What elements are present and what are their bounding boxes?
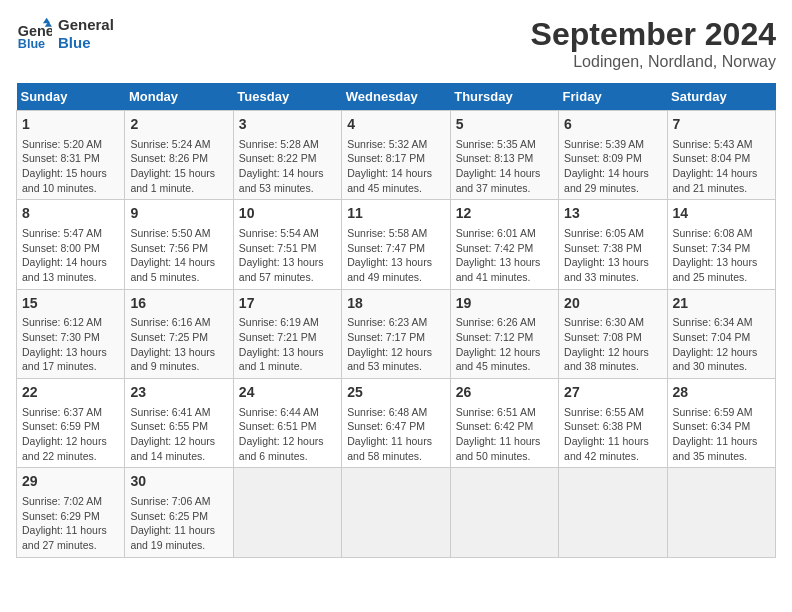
cell-line: Sunrise: 6:34 AM (673, 315, 770, 330)
cell-line: Sunset: 6:59 PM (22, 419, 119, 434)
cell-line: and 5 minutes. (130, 270, 227, 285)
cell-line: and 45 minutes. (347, 181, 444, 196)
calendar-subtitle: Lodingen, Nordland, Norway (531, 53, 776, 71)
cell-line: and 10 minutes. (22, 181, 119, 196)
cell-line: and 38 minutes. (564, 359, 661, 374)
cell-line: Sunset: 8:09 PM (564, 151, 661, 166)
cell-line: and 53 minutes. (347, 359, 444, 374)
cell-line: Sunset: 6:55 PM (130, 419, 227, 434)
cell-line: Sunset: 8:00 PM (22, 241, 119, 256)
day-number: 13 (564, 204, 661, 224)
cell-content: Sunrise: 5:28 AMSunset: 8:22 PMDaylight:… (239, 137, 336, 196)
calendar-cell: 2Sunrise: 5:24 AMSunset: 8:26 PMDaylight… (125, 111, 233, 200)
cell-line: Sunset: 6:42 PM (456, 419, 553, 434)
cell-line: Sunset: 7:51 PM (239, 241, 336, 256)
day-number: 19 (456, 294, 553, 314)
calendar-cell: 30Sunrise: 7:06 AMSunset: 6:25 PMDayligh… (125, 468, 233, 557)
cell-line: Sunrise: 6:05 AM (564, 226, 661, 241)
cell-line: Daylight: 12 hours (456, 345, 553, 360)
cell-line: Sunrise: 6:08 AM (673, 226, 770, 241)
cell-content: Sunrise: 6:59 AMSunset: 6:34 PMDaylight:… (673, 405, 770, 464)
cell-line: and 29 minutes. (564, 181, 661, 196)
calendar-cell: 1Sunrise: 5:20 AMSunset: 8:31 PMDaylight… (17, 111, 125, 200)
cell-line: Daylight: 13 hours (673, 255, 770, 270)
day-number: 23 (130, 383, 227, 403)
cell-content: Sunrise: 6:26 AMSunset: 7:12 PMDaylight:… (456, 315, 553, 374)
calendar-cell: 13Sunrise: 6:05 AMSunset: 7:38 PMDayligh… (559, 200, 667, 289)
cell-line: Daylight: 14 hours (347, 166, 444, 181)
calendar-cell: 5Sunrise: 5:35 AMSunset: 8:13 PMDaylight… (450, 111, 558, 200)
cell-content: Sunrise: 5:32 AMSunset: 8:17 PMDaylight:… (347, 137, 444, 196)
cell-line: and 53 minutes. (239, 181, 336, 196)
cell-line: Daylight: 15 hours (130, 166, 227, 181)
cell-line: Daylight: 12 hours (22, 434, 119, 449)
logo-line2: Blue (58, 34, 114, 52)
calendar-cell: 29Sunrise: 7:02 AMSunset: 6:29 PMDayligh… (17, 468, 125, 557)
day-number: 15 (22, 294, 119, 314)
cell-line: Daylight: 11 hours (130, 523, 227, 538)
cell-line: Sunset: 7:12 PM (456, 330, 553, 345)
cell-line: Sunset: 8:31 PM (22, 151, 119, 166)
cell-line: Sunset: 8:26 PM (130, 151, 227, 166)
cell-line: Sunrise: 5:50 AM (130, 226, 227, 241)
cell-line: and 41 minutes. (456, 270, 553, 285)
day-number: 9 (130, 204, 227, 224)
calendar-title: September 2024 (531, 16, 776, 53)
page-header: General Blue General Blue September 2024… (16, 16, 776, 71)
calendar-week-1: 1Sunrise: 5:20 AMSunset: 8:31 PMDaylight… (17, 111, 776, 200)
calendar-cell (233, 468, 341, 557)
cell-content: Sunrise: 7:06 AMSunset: 6:25 PMDaylight:… (130, 494, 227, 553)
title-block: September 2024 Lodingen, Nordland, Norwa… (531, 16, 776, 71)
header-saturday: Saturday (667, 83, 775, 111)
cell-line: Daylight: 13 hours (239, 345, 336, 360)
cell-line: and 45 minutes. (456, 359, 553, 374)
header-tuesday: Tuesday (233, 83, 341, 111)
calendar-cell (667, 468, 775, 557)
cell-content: Sunrise: 6:30 AMSunset: 7:08 PMDaylight:… (564, 315, 661, 374)
cell-line: Sunrise: 6:59 AM (673, 405, 770, 420)
cell-line: Daylight: 13 hours (347, 255, 444, 270)
cell-content: Sunrise: 5:35 AMSunset: 8:13 PMDaylight:… (456, 137, 553, 196)
cell-line: Sunset: 8:17 PM (347, 151, 444, 166)
cell-content: Sunrise: 6:01 AMSunset: 7:42 PMDaylight:… (456, 226, 553, 285)
calendar-cell: 7Sunrise: 5:43 AMSunset: 8:04 PMDaylight… (667, 111, 775, 200)
header-sunday: Sunday (17, 83, 125, 111)
day-number: 28 (673, 383, 770, 403)
cell-line: Daylight: 14 hours (456, 166, 553, 181)
day-number: 21 (673, 294, 770, 314)
cell-line: Daylight: 12 hours (347, 345, 444, 360)
cell-content: Sunrise: 6:51 AMSunset: 6:42 PMDaylight:… (456, 405, 553, 464)
cell-line: Sunrise: 5:20 AM (22, 137, 119, 152)
cell-line: and 6 minutes. (239, 449, 336, 464)
cell-line: Sunset: 7:17 PM (347, 330, 444, 345)
cell-line: Daylight: 12 hours (673, 345, 770, 360)
cell-content: Sunrise: 6:08 AMSunset: 7:34 PMDaylight:… (673, 226, 770, 285)
calendar-header-row: SundayMondayTuesdayWednesdayThursdayFrid… (17, 83, 776, 111)
cell-content: Sunrise: 6:48 AMSunset: 6:47 PMDaylight:… (347, 405, 444, 464)
day-number: 1 (22, 115, 119, 135)
cell-content: Sunrise: 6:05 AMSunset: 7:38 PMDaylight:… (564, 226, 661, 285)
day-number: 16 (130, 294, 227, 314)
day-number: 27 (564, 383, 661, 403)
calendar-cell: 16Sunrise: 6:16 AMSunset: 7:25 PMDayligh… (125, 289, 233, 378)
cell-line: Sunrise: 6:30 AM (564, 315, 661, 330)
calendar-cell: 20Sunrise: 6:30 AMSunset: 7:08 PMDayligh… (559, 289, 667, 378)
cell-content: Sunrise: 6:16 AMSunset: 7:25 PMDaylight:… (130, 315, 227, 374)
calendar-cell: 15Sunrise: 6:12 AMSunset: 7:30 PMDayligh… (17, 289, 125, 378)
day-number: 11 (347, 204, 444, 224)
cell-line: Sunrise: 5:39 AM (564, 137, 661, 152)
calendar-cell: 3Sunrise: 5:28 AMSunset: 8:22 PMDaylight… (233, 111, 341, 200)
cell-content: Sunrise: 5:58 AMSunset: 7:47 PMDaylight:… (347, 226, 444, 285)
cell-line: Daylight: 11 hours (456, 434, 553, 449)
cell-line: and 22 minutes. (22, 449, 119, 464)
cell-line: Sunrise: 6:16 AM (130, 315, 227, 330)
cell-content: Sunrise: 6:19 AMSunset: 7:21 PMDaylight:… (239, 315, 336, 374)
cell-line: Daylight: 14 hours (564, 166, 661, 181)
cell-line: Sunset: 7:08 PM (564, 330, 661, 345)
cell-line: Sunrise: 6:37 AM (22, 405, 119, 420)
calendar-cell: 17Sunrise: 6:19 AMSunset: 7:21 PMDayligh… (233, 289, 341, 378)
calendar-cell: 25Sunrise: 6:48 AMSunset: 6:47 PMDayligh… (342, 379, 450, 468)
cell-line: and 1 minute. (239, 359, 336, 374)
cell-line: and 58 minutes. (347, 449, 444, 464)
calendar-cell: 11Sunrise: 5:58 AMSunset: 7:47 PMDayligh… (342, 200, 450, 289)
